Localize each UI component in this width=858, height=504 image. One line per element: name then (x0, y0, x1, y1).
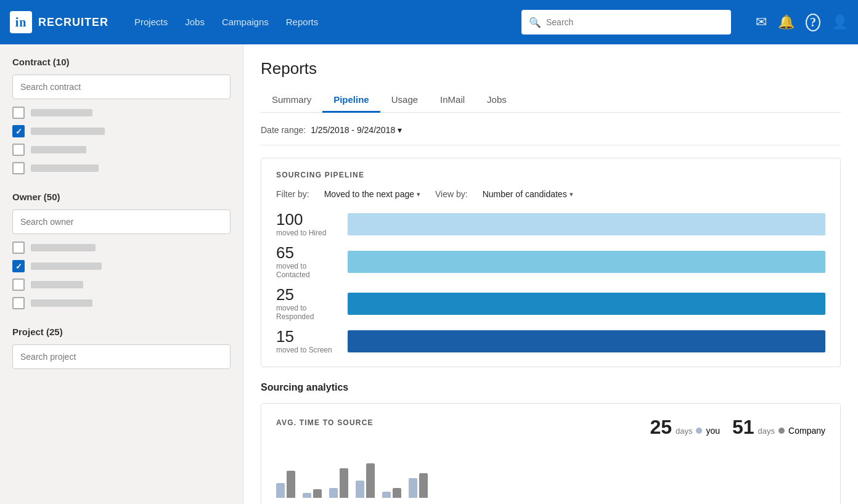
tab-summary[interactable]: Summary (261, 88, 322, 113)
mini-bar-group-3 (329, 468, 348, 498)
tab-usage[interactable]: Usage (380, 88, 429, 113)
contract-filter-title: Contract (10) (12, 57, 231, 67)
contract-checkbox-1[interactable] (12, 107, 25, 119)
bar-contacted (348, 251, 825, 273)
contract-label-2 (31, 128, 105, 135)
project-filter-section: Project (25) (12, 327, 231, 376)
profile-icon[interactable]: 👤 (831, 14, 848, 30)
mail-icon[interactable]: ✉ (756, 14, 767, 30)
filter-by-dropdown[interactable]: Moved to the next page ▾ (324, 189, 420, 199)
owner-label-3 (31, 281, 83, 288)
you-legend: 25 days you (650, 416, 720, 439)
search-box: 🔍 (521, 10, 731, 35)
mini-bar-you-4 (356, 481, 364, 498)
bar-value-responded: 25 (276, 287, 338, 303)
pipeline-filter-row: Filter by: Moved to the next page ▾ View… (276, 189, 825, 199)
nav-reports[interactable]: Reports (280, 13, 325, 33)
contract-label-3 (31, 146, 86, 153)
analytics-section-label: Sourcing analytics (261, 382, 841, 393)
list-item (12, 278, 231, 291)
mini-bar-group-5 (382, 488, 401, 498)
filter-by-chevron-icon: ▾ (417, 190, 420, 198)
date-range-picker[interactable]: 1/25/2018 - 9/24/2018 ▾ (311, 125, 402, 135)
company-legend: 51 days Company (732, 416, 825, 439)
contract-label-4 (31, 165, 99, 172)
sidebar: Contract (10) (0, 44, 243, 504)
owner-label-1 (31, 244, 96, 251)
mini-bar-group-2 (303, 489, 322, 498)
contract-checkbox-2[interactable] (12, 125, 25, 137)
navbar: in RECRUITER Projects Jobs Campaigns Rep… (0, 0, 858, 44)
mini-bar-you-6 (409, 478, 417, 498)
main-nav: Projects Jobs Campaigns Reports (128, 13, 324, 32)
bar-responded (348, 293, 825, 315)
list-item (12, 125, 231, 137)
bar-desc-contacted: moved to Contacted (276, 262, 338, 279)
owner-checkbox-1[interactable] (12, 242, 25, 254)
date-range-label: Date range: (261, 125, 306, 135)
owner-label-2 (31, 262, 102, 270)
owner-label-4 (31, 299, 92, 307)
owner-filter-section: Owner (50) (12, 192, 231, 309)
app-name: RECRUITER (38, 16, 108, 29)
help-icon[interactable]: ? (806, 14, 820, 31)
bar-desc-screen: moved to Screen (276, 346, 338, 354)
nav-campaigns[interactable]: Campaigns (216, 13, 275, 33)
chevron-down-icon: ▾ (398, 125, 402, 135)
page-title: Reports (261, 59, 841, 78)
bar-row-contacted: 65 moved to Contacted (276, 245, 825, 279)
owner-checkbox-2[interactable] (12, 260, 25, 272)
sourcing-pipeline-card: SOURCING PIPELINE Filter by: Moved to th… (261, 158, 841, 367)
company-days: 51 (732, 416, 754, 439)
view-by-label: View by: (435, 189, 468, 199)
bar-value-hired: 100 (276, 211, 338, 227)
date-range-row: Date range: 1/25/2018 - 9/24/2018 ▾ (261, 125, 841, 145)
analytics-card-title: AVG. TIME TO SOURCE (276, 418, 374, 427)
tabs-bar: Summary Pipeline Usage InMail Jobs (261, 88, 841, 113)
search-input[interactable] (546, 17, 724, 27)
analytics-card: AVG. TIME TO SOURCE 25 days you 51 days (261, 403, 841, 504)
analytics-header: AVG. TIME TO SOURCE 25 days you 51 days (276, 416, 825, 439)
list-item (12, 144, 231, 156)
contract-search-input[interactable] (12, 75, 231, 99)
search-icon: 🔍 (529, 17, 541, 28)
company-days-label: days (758, 426, 775, 436)
bar-hired (348, 213, 825, 235)
main-content: Reports Summary Pipeline Usage InMail Jo… (243, 44, 858, 504)
tab-jobs[interactable]: Jobs (476, 88, 518, 113)
you-days-label: days (676, 426, 692, 436)
bar-screen (348, 330, 825, 352)
nav-jobs[interactable]: Jobs (179, 13, 211, 33)
mini-bar-company-1 (287, 471, 295, 498)
owner-search-input[interactable] (12, 209, 231, 234)
owner-filter-items (12, 242, 231, 309)
list-item (12, 297, 231, 309)
nav-projects[interactable]: Projects (128, 13, 174, 33)
view-by-chevron-icon: ▾ (570, 190, 573, 198)
mini-bar-company-4 (366, 463, 375, 498)
bar-row-screen: 15 moved to Screen (276, 328, 825, 354)
bar-row-responded: 25 moved to Responded (276, 287, 825, 321)
mini-bar-group-6 (409, 473, 428, 498)
sourcing-analytics-section: Sourcing analytics AVG. TIME TO SOURCE 2… (261, 382, 841, 504)
filter-by-label: Filter by: (276, 189, 309, 199)
owner-checkbox-3[interactable] (12, 278, 25, 291)
bell-icon[interactable]: 🔔 (778, 14, 795, 30)
pipeline-bar-chart: 100 moved to Hired 65 moved to Contacted (276, 211, 825, 354)
contract-label-1 (31, 109, 92, 116)
mini-bar-company-5 (393, 488, 401, 498)
you-days: 25 (650, 416, 672, 439)
project-search-input[interactable] (12, 344, 231, 369)
tab-inmail[interactable]: InMail (429, 88, 476, 113)
pipeline-section-title: SOURCING PIPELINE (276, 171, 825, 179)
owner-checkbox-4[interactable] (12, 297, 25, 309)
navbar-icons: ✉ 🔔 ? 👤 (756, 14, 848, 31)
list-item (12, 107, 231, 119)
view-by-dropdown[interactable]: Number of candidates ▾ (483, 189, 573, 199)
contract-filter-items (12, 107, 231, 174)
avg-time-chart (276, 449, 825, 498)
bar-value-contacted: 65 (276, 245, 338, 261)
contract-checkbox-4[interactable] (12, 162, 25, 174)
contract-checkbox-3[interactable] (12, 144, 25, 156)
tab-pipeline[interactable]: Pipeline (322, 88, 380, 113)
